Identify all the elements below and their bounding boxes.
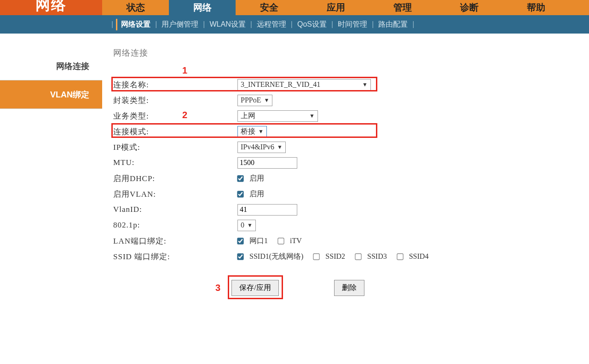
label-mtu: MTU: <box>113 158 237 167</box>
select-8021p-value: 0 <box>241 221 244 229</box>
main-nav: 状态 网络 安全 应用 管理 诊断 帮助 <box>102 0 589 15</box>
tab-network[interactable]: 网络 <box>169 0 236 15</box>
label-ssid-bind: SSID 端口绑定: <box>113 251 237 262</box>
content: 网络连接 1 连接名称: 3_INTERNET_R_VID_41 ▼ 封装类型: <box>102 34 589 296</box>
sidebar-item-vlan-bind[interactable]: VLAN绑定 <box>0 80 102 109</box>
sidebar-item-network-conn[interactable]: 网络连接 <box>0 52 102 80</box>
annotation-1: 1 <box>182 65 187 76</box>
tab-app[interactable]: 应用 <box>302 0 369 15</box>
tab-help[interactable]: 帮助 <box>502 0 569 15</box>
page-title: 网络连接 <box>113 47 589 58</box>
label-vlan-enable: 启用VLAN: <box>113 189 237 199</box>
tab-manage[interactable]: 管理 <box>369 0 436 15</box>
checkbox-lan-port1[interactable] <box>237 238 243 244</box>
ssid4-text: SSID4 <box>409 252 429 261</box>
label-dhcp: 启用DHCP: <box>113 173 237 184</box>
subnav-time[interactable]: 时间管理 <box>336 19 369 30</box>
delete-button[interactable]: 删除 <box>334 280 364 296</box>
label-encap: 封装类型: <box>113 95 237 106</box>
tab-diagnose[interactable]: 诊断 <box>436 0 502 15</box>
select-encap-value: PPPoE <box>241 96 261 104</box>
select-conn-name-value: 3_INTERNET_R_VID_41 <box>241 80 320 89</box>
label-ip-mode: IP模式: <box>113 142 237 153</box>
sidebar: 网络连接 VLAN绑定 <box>0 34 102 296</box>
select-conn-name[interactable]: 3_INTERNET_R_VID_41 ▼ <box>237 79 371 91</box>
label-service: 业务类型: <box>113 111 237 121</box>
caret-icon: ▼ <box>247 222 253 229</box>
select-conn-mode-value: 桥接 <box>241 127 255 136</box>
subnav-network-settings[interactable]: 网络设置 <box>116 19 152 30</box>
dhcp-enable-text: 启用 <box>249 174 264 183</box>
input-vlanid[interactable] <box>237 204 297 216</box>
logo-text: 网络 <box>35 0 67 15</box>
ssid2-text: SSID2 <box>325 252 345 261</box>
caret-icon: ▼ <box>264 97 269 104</box>
lan-port1-text: 网口1 <box>249 236 268 246</box>
vlan-enable-text: 启用 <box>249 189 264 199</box>
logo: 网络 <box>0 0 102 15</box>
select-service[interactable]: 上网 ▼ <box>237 110 318 122</box>
caret-icon: ▼ <box>258 128 264 135</box>
subnav-remote[interactable]: 远程管理 <box>255 19 288 30</box>
checkbox-ssid1[interactable] <box>237 253 243 260</box>
caret-icon: ▼ <box>362 81 368 88</box>
label-lan-bind: LAN端口绑定: <box>113 236 237 246</box>
checkbox-ssid4[interactable] <box>397 253 403 260</box>
checkbox-vlan[interactable] <box>237 191 243 197</box>
select-conn-mode[interactable]: 桥接 ▼ <box>237 126 267 137</box>
subnav-wlan[interactable]: WLAN设置 <box>208 19 247 30</box>
caret-icon: ▼ <box>277 144 283 151</box>
ssid3-text: SSID3 <box>367 252 387 261</box>
select-ip-mode[interactable]: IPv4&IPv6 ▼ <box>237 142 286 153</box>
select-service-value: 上网 <box>241 111 255 121</box>
checkbox-lan-itv[interactable] <box>277 238 284 244</box>
caret-icon: ▼ <box>309 113 315 119</box>
checkbox-dhcp[interactable] <box>237 175 243 182</box>
annotation-3: 3 <box>215 283 220 293</box>
sub-nav: | 网络设置 | 用户侧管理 | WLAN设置 | 远程管理 | QoS设置 |… <box>0 15 589 34</box>
save-apply-button[interactable]: 保存/应用 <box>231 280 278 296</box>
lan-itv-text: iTV <box>290 237 302 245</box>
tab-status[interactable]: 状态 <box>102 0 169 15</box>
ssid1-text: SSID1(无线网络) <box>249 252 303 262</box>
label-vlanid: VlanID: <box>113 205 237 214</box>
input-mtu[interactable] <box>237 157 297 169</box>
checkbox-ssid3[interactable] <box>355 253 361 260</box>
select-ip-mode-value: IPv4&IPv6 <box>241 143 274 151</box>
tab-security[interactable]: 安全 <box>236 0 302 15</box>
checkbox-ssid2[interactable] <box>313 253 320 260</box>
select-encap[interactable]: PPPoE ▼ <box>237 95 272 106</box>
label-8021p: 802.1p: <box>113 221 237 230</box>
subnav-user-side[interactable]: 用户侧管理 <box>160 19 200 30</box>
form: 1 连接名称: 3_INTERNET_R_VID_41 ▼ 封装类型: PPPo… <box>113 77 491 296</box>
subnav-qos[interactable]: QoS设置 <box>295 19 329 30</box>
subnav-route[interactable]: 路由配置 <box>376 19 410 30</box>
select-8021p[interactable]: 0 ▼ <box>237 220 256 231</box>
top-bar: 网络 状态 网络 安全 应用 管理 诊断 帮助 <box>0 0 589 15</box>
label-conn-mode: 连接模式: <box>113 126 237 137</box>
label-conn-name: 连接名称: <box>113 80 237 90</box>
